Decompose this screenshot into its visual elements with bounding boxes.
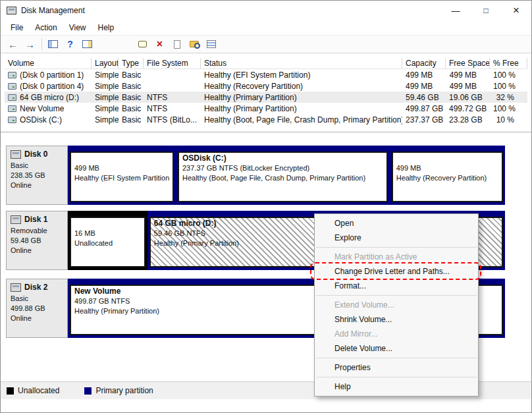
help-icon: ? [67,40,73,49]
column-header-layout[interactable]: Layout [92,58,119,69]
menu-help[interactable]: Help [92,22,120,34]
partition-title: OSDisk (C:) [182,153,383,163]
table-row-selected[interactable]: 64 GB micro (D:) Simple Basic NTFS Healt… [5,92,527,103]
disk0-info-panel[interactable]: Disk 0 Basic 238.35 GB Online [6,146,68,205]
partition-osdisk-c[interactable]: OSDisk (C:) 237.37 GB NTFS (BitLocker En… [176,146,390,205]
disk-icon [11,215,21,224]
context-menu-item-format[interactable]: Format... [315,279,478,293]
partition-status: Healthy (EFI System Partition) [74,173,169,183]
volume-type: Basic [119,93,144,102]
console-tree-button[interactable] [45,37,61,52]
volume-status: Healthy (Primary Partition) [201,93,402,102]
explore-button[interactable] [186,37,202,52]
partition-status: Unallocated [74,238,141,248]
volume-filesystem: NTFS [144,93,201,102]
context-menu-item-delete-volume[interactable]: Delete Volume... [315,341,478,356]
column-header-volume[interactable]: Volume [5,58,92,69]
menubar: File Action View Help [1,20,531,35]
volume-freespace: 499 MB [446,70,490,80]
open-files-button[interactable] [169,37,185,52]
window-controls: — □ × [440,1,531,20]
partition-title [74,153,169,163]
column-header-type[interactable]: Type [119,58,144,69]
column-header-status[interactable]: Status [201,58,402,69]
disk-size: 499.88 GB [11,304,64,314]
context-menu-separator [316,358,477,358]
column-header-capacity[interactable]: Capacity [402,58,446,69]
disk-icon [11,283,21,292]
volume-freespace: 499.72 GB [446,104,490,113]
context-menu-item-help[interactable]: Help [315,379,478,394]
legend-label: Primary partition [95,386,153,395]
table-row[interactable]: New Volume Simple Basic NTFS Healthy (Pr… [5,103,527,114]
volume-icon [8,117,16,123]
disk2-info-panel[interactable]: Disk 2 Basic 499.88 GB Online [6,279,68,338]
menu-view[interactable]: View [63,22,92,34]
context-menu-item-extend-volume: Extend Volume... [315,298,478,312]
volume-name: (Disk 0 partition 4) [20,82,84,91]
close-icon: × [513,4,519,17]
table-row[interactable]: OSDisk (C:) Simple Basic NTFS (BitLo... … [5,114,527,125]
volume-status: Healthy (EFI System Partition) [201,70,402,80]
volume-layout: Simple [92,93,119,102]
maximize-button[interactable]: □ [471,1,501,20]
back-icon: ← [8,40,18,49]
view-button[interactable] [203,37,219,52]
volume-name: OSDisk (C:) [20,115,62,124]
toolbar: ← → ? × [1,35,531,53]
volume-capacity: 59.46 GB [402,93,446,102]
action-pane-button[interactable] [79,37,95,52]
partition-size: 499 MB [396,163,498,173]
volume-capacity: 237.37 GB [402,115,446,124]
delete-icon: × [157,39,163,49]
partition-unallocated[interactable]: 16 MB Unallocated [68,211,147,270]
action-pane-icon [82,40,92,48]
primary-partition-swatch [84,387,92,395]
volume-icon [8,94,16,101]
disk-type: Basic [11,294,64,304]
menu-file[interactable]: File [5,22,29,34]
context-menu-item-properties[interactable]: Properties [315,360,478,375]
partition-efi-system[interactable]: 499 MB Healthy (EFI System Partition) [68,146,176,205]
minimize-icon: — [452,6,460,16]
volume-layout: Simple [92,104,119,113]
back-button[interactable]: ← [5,37,21,52]
context-menu-item-change-drive-letter[interactable]: Change Drive Letter and Paths... [315,264,478,279]
table-row[interactable]: (Disk 0 partition 4) Simple Basic Health… [5,80,527,92]
minimize-button[interactable]: — [440,1,471,20]
description-bar-button[interactable] [134,37,151,52]
disk-type: Basic [11,161,64,171]
partition-status: Healthy (Boot, Page File, Crash Dump, Pr… [182,173,383,183]
unallocated-swatch [7,387,14,395]
forward-icon: → [25,40,35,49]
context-menu-item-shrink-volume[interactable]: Shrink Volume... [315,312,478,327]
volume-table-header: Volume Layout Type File System Status Ca… [5,57,527,69]
context-menu-item-explore[interactable]: Explore [315,231,478,245]
column-header-pctfree[interactable]: % Free [490,58,527,69]
context-menu: Open Explore Mark Partition as Active Ch… [314,213,479,397]
context-menu-item-add-mirror: Add Mirror... [315,327,478,341]
table-row[interactable]: (Disk 0 partition 1) Simple Basic Health… [5,69,527,80]
titlebar: Disk Management — □ × [1,1,531,20]
forward-button[interactable]: → [22,37,38,52]
context-menu-item-open[interactable]: Open [315,216,478,231]
menu-action[interactable]: Action [29,22,63,34]
help-button[interactable]: ? [62,37,78,52]
volume-status: Healthy (Primary Partition) [201,104,402,113]
volume-name: New Volume [20,104,64,113]
partition-title [396,153,498,163]
column-header-filesystem[interactable]: File System [144,58,201,69]
description-bar-icon [138,41,147,47]
volume-freespace: 499 MB [446,82,490,91]
disk1-info-panel[interactable]: Disk 1 Removable 59.48 GB Online [6,211,68,270]
disk-status: Online [11,314,64,323]
column-header-freespace[interactable]: Free Space [446,58,490,69]
volume-layout: Simple [92,70,119,80]
disk-status: Online [11,246,64,256]
disk-icon [11,150,21,159]
partition-recovery[interactable]: 499 MB Healthy (Recovery Partition) [390,146,505,205]
delete-button[interactable]: × [151,37,168,52]
volume-type: Basic [119,70,144,80]
close-button[interactable]: × [501,1,531,20]
maximize-icon: □ [483,6,488,15]
